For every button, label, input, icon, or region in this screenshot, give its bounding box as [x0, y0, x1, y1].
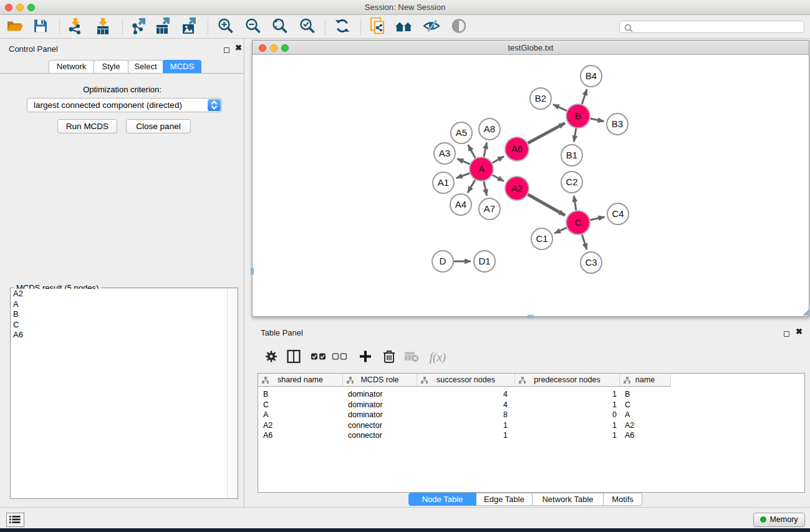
delete-column-icon[interactable] [383, 349, 395, 365]
table-cell[interactable]: 1 [417, 430, 508, 441]
graph-edge-C-C2[interactable] [574, 196, 576, 210]
export-network-icon[interactable] [130, 17, 148, 36]
task-history-button[interactable] [6, 513, 24, 527]
graph-edge-C-C4[interactable] [591, 217, 605, 220]
graph-edge-A-A3[interactable] [457, 159, 470, 165]
graph-edge-B-B3[interactable] [591, 118, 604, 122]
save-session-icon[interactable] [33, 19, 48, 36]
column-header-predecessor-nodes[interactable]: predecessor nodes [515, 374, 620, 387]
table-panel-close-icon[interactable]: ✖ [796, 327, 803, 336]
graph-edge-B-B4[interactable] [582, 89, 587, 104]
import-table-icon[interactable] [95, 17, 111, 36]
table-tab-network-table[interactable]: Network Table [533, 493, 604, 506]
control-tab-network[interactable]: Network [49, 60, 94, 73]
table-cell[interactable]: 1 [515, 400, 617, 410]
mcds-result-item[interactable]: C [11, 320, 227, 331]
select-all-icon[interactable] [311, 352, 327, 363]
mcds-result-list[interactable]: A2ABCA6 [11, 289, 227, 498]
zoom-in-icon[interactable] [218, 17, 234, 36]
memory-button[interactable]: Memory [753, 513, 805, 527]
table-tab-edge-table[interactable]: Edge Table [476, 493, 533, 506]
close-panel-button[interactable]: Close panel [126, 119, 191, 133]
column-header-successor-nodes[interactable]: successor nodes [417, 374, 515, 387]
show-graphics-details-icon[interactable] [451, 18, 467, 36]
graph-edge-A2-C[interactable] [528, 195, 565, 215]
table-cell[interactable]: 1 [515, 420, 617, 431]
column-header-name[interactable]: name [620, 374, 671, 387]
table-tab-motifs[interactable]: Motifs [604, 493, 642, 506]
hide-selected-icon[interactable] [423, 19, 440, 36]
table-cell[interactable]: C [263, 400, 269, 410]
table-settings-icon[interactable] [264, 350, 278, 365]
table-cell[interactable]: dominator [348, 410, 383, 420]
table-tab-node-table[interactable]: Node Table [408, 493, 476, 506]
table-cell[interactable]: 1 [417, 420, 508, 431]
deselect-all-icon[interactable] [332, 352, 348, 363]
node-table[interactable]: shared nameMCDS rolesuccessor nodesprede… [258, 373, 805, 493]
table-cell[interactable]: A2 [625, 420, 634, 431]
search-input[interactable] [619, 21, 804, 33]
column-header-MCDS-role[interactable]: MCDS role [343, 374, 417, 387]
graph-edge-A-A1[interactable] [456, 173, 470, 178]
table-cell[interactable]: dominator [348, 400, 383, 410]
export-image-icon[interactable] [181, 17, 198, 36]
window-resize-tick-left[interactable] [251, 268, 254, 274]
first-neighbors-icon[interactable] [394, 19, 414, 36]
graph-edge-C-C3[interactable] [582, 235, 587, 249]
mcds-result-item[interactable]: B [11, 309, 227, 320]
table-cell[interactable]: A [263, 410, 268, 420]
network-from-selection-icon[interactable] [370, 17, 386, 37]
graph-edge-A6-B[interactable] [528, 123, 565, 143]
function-builder-icon[interactable]: f(x) [430, 351, 446, 364]
table-cell[interactable]: A6 [263, 430, 272, 441]
network-window-titlebar[interactable]: testGlobe.txt [253, 41, 809, 55]
table-cell[interactable]: 4 [417, 389, 508, 400]
table-cell[interactable]: B [263, 389, 268, 400]
graph-edge-A-A8[interactable] [484, 143, 487, 157]
column-header-shared-name[interactable]: shared name [258, 374, 343, 387]
table-cell[interactable]: 1 [515, 389, 617, 400]
zoom-selected-icon[interactable] [299, 17, 316, 36]
control-panel-close-icon[interactable]: ✖ [235, 43, 242, 52]
zoom-fit-icon[interactable] [272, 17, 289, 36]
graph-edge-C-C1[interactable] [554, 228, 567, 233]
table-cell[interactable]: 1 [515, 430, 617, 441]
mcds-result-item[interactable]: A6 [11, 330, 227, 341]
graph-edge-B-B1[interactable] [574, 128, 576, 142]
table-cell[interactable]: A [625, 410, 630, 420]
graph-edge-A-A4[interactable] [468, 180, 475, 193]
table-cell[interactable]: connector [348, 420, 382, 431]
table-cell[interactable]: B [625, 389, 630, 400]
graph-edge-B-B2[interactable] [553, 104, 567, 110]
graph-edge-A-A6[interactable] [492, 157, 504, 163]
table-panel-float-icon[interactable] [784, 329, 789, 339]
graph-edge-A-A2[interactable] [493, 175, 504, 181]
table-cell[interactable]: connector [348, 430, 382, 441]
add-column-icon[interactable] [359, 350, 372, 365]
table-cell[interactable]: 8 [417, 410, 508, 420]
control-panel-float-icon[interactable] [224, 46, 229, 55]
table-cell[interactable]: A6 [625, 430, 634, 441]
table-cell[interactable]: dominator [348, 389, 383, 400]
table-cell[interactable]: A2 [263, 420, 272, 431]
run-mcds-button[interactable]: Run MCDS [57, 119, 117, 133]
graph-edge-A-A7[interactable] [484, 181, 487, 196]
column-chooser-icon[interactable] [287, 350, 301, 365]
network-graph-canvas[interactable]: B4B2BB3A5A8A6A3B1AA1C2A2A4A7CC4C1C3DD1 [253, 56, 809, 317]
window-resize-tick-bottom[interactable] [528, 315, 534, 318]
zoom-out-icon[interactable] [245, 17, 262, 36]
control-tab-select[interactable]: Select [128, 60, 163, 73]
export-table-icon[interactable] [155, 17, 172, 36]
import-network-icon[interactable] [67, 17, 84, 36]
control-tab-style[interactable]: Style [94, 60, 128, 73]
table-cell[interactable]: 4 [417, 400, 508, 410]
delete-table-icon[interactable] [404, 351, 419, 364]
control-tab-mcds[interactable]: MCDS [163, 60, 201, 73]
refresh-icon[interactable] [334, 18, 350, 36]
graph-edge-A-A5[interactable] [468, 145, 476, 158]
mcds-result-item[interactable]: A2 [11, 289, 227, 299]
table-cell[interactable]: C [625, 400, 630, 410]
open-session-icon[interactable] [6, 19, 24, 36]
criterion-dropdown[interactable]: largest connected component (directed) [27, 98, 222, 112]
window-resize-grip[interactable] [803, 309, 809, 316]
